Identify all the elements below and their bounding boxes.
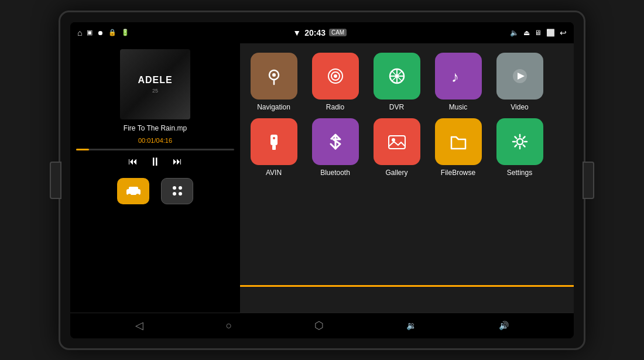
back-icon[interactable]: ↩ [560,28,567,37]
main-content-area: ADELE 25 Fire To The Rain.mp 00:01/04:16… [70,43,574,313]
svg-rect-23 [272,145,276,150]
album-artist-name: ADELE [138,75,172,85]
media-player-panel: ADELE 25 Fire To The Rain.mp 00:01/04:16… [70,43,240,313]
filebrowse-icon [435,118,482,165]
status-left-icons: ⌂ ▣ ⏺ 🔒 🔋 [77,28,129,37]
bottom-recent-icon[interactable]: ⬡ [314,319,324,332]
svg-point-24 [273,137,275,139]
volume-icon: 🔈 [510,29,519,37]
grid-button[interactable] [161,178,193,204]
app-avin[interactable]: AVIN [246,118,302,177]
car-icon [125,184,142,197]
status-bar: ⌂ ▣ ⏺ 🔒 🔋 ▼ 20:43 CAM 🔈 ⏏ 🖥 ⬜ ↩ [70,22,574,43]
camera-badge: CAM [329,29,347,36]
status-right-icons: 🔈 ⏏ 🖥 ⬜ ↩ [510,28,567,37]
video-label: Video [511,103,528,111]
bottom-actions [76,178,234,204]
svg-point-7 [179,192,182,196]
settings-label: Settings [507,169,532,177]
navigation-icon [251,53,297,100]
window-icon: ▣ [87,29,93,36]
home-icon: ⌂ [77,28,82,37]
app-filebrowse[interactable]: FileBrowse [430,118,486,177]
svg-point-5 [179,186,182,190]
app-bluetooth[interactable]: Bluetooth [307,118,363,177]
album-name: 25 [152,88,158,94]
navigation-label: Navigation [257,103,290,111]
svg-point-3 [136,194,139,197]
app-navigation[interactable]: Navigation [246,53,302,111]
wifi-signal-icon: ▼ [293,28,301,37]
lock-icon: 🔒 [108,29,117,36]
time-display: 20:43 [304,28,326,37]
battery-icon: 🔋 [121,29,129,36]
svg-point-9 [272,73,276,77]
playback-controls: ⏮ ⏸ ⏭ [76,155,234,169]
bottom-vol-down-icon[interactable]: 🔉 [406,321,416,330]
filebrowse-label: FileBrowse [441,169,475,177]
main-screen: ⌂ ▣ ⏺ 🔒 🔋 ▼ 20:43 CAM 🔈 ⏏ 🖥 ⬜ ↩ [70,22,574,338]
app-gallery[interactable]: Gallery [369,118,424,177]
svg-point-6 [173,192,176,196]
album-art: ADELE 25 [120,49,190,119]
app-row-2: AVIN Bluetooth [246,118,568,177]
status-center: ▼ 20:43 CAM [293,28,347,37]
bluetooth-icon [312,118,359,165]
app-grid-panel: Navigation Radio [240,43,574,313]
eject-icon: ⏏ [523,29,530,37]
bluetooth-label: Bluetooth [320,169,350,177]
app-radio[interactable]: Radio [307,53,363,111]
video-icon [496,53,543,100]
svg-rect-1 [129,187,138,190]
grid-icon [169,183,186,199]
app-row-1: Navigation Radio [246,53,568,111]
svg-text:♪: ♪ [451,68,459,85]
progress-fill [76,149,89,150]
app-dvr[interactable]: DVR [369,53,424,111]
svg-point-27 [517,139,523,145]
svg-point-4 [173,186,176,190]
bottom-vol-up-icon[interactable]: 🔊 [499,321,509,330]
svg-point-26 [392,138,395,142]
record-icon: ⏺ [97,29,104,36]
radio-icon [312,53,359,100]
music-label: Music [449,103,467,111]
display-icon: 🖥 [535,29,542,37]
settings-icon [496,118,543,165]
avin-icon [251,118,297,165]
menu-button[interactable] [117,178,149,204]
car-stereo-device: ⌂ ▣ ⏺ 🔒 🔋 ▼ 20:43 CAM 🔈 ⏏ 🖥 ⬜ ↩ [59,11,585,350]
app-settings[interactable]: Settings [492,118,547,177]
gallery-label: Gallery [385,169,407,177]
dvr-icon [374,53,420,100]
prev-button[interactable]: ⏮ [128,156,138,167]
radio-label: Radio [326,103,344,111]
app-music[interactable]: ♪ Music [430,53,486,111]
play-pause-button[interactable]: ⏸ [149,155,161,169]
bottom-indicator [240,285,574,287]
bottom-nav-bar: ◁ ○ ⬡ 🔉 🔊 [70,313,574,338]
gallery-icon [374,118,420,165]
music-icon: ♪ [435,53,482,100]
next-button[interactable]: ⏭ [173,156,182,167]
svg-rect-22 [270,135,278,145]
svg-point-10 [334,74,337,78]
progress-bar[interactable] [76,149,234,150]
window2-icon: ⬜ [546,29,555,37]
bottom-home-icon[interactable]: ○ [226,320,232,332]
svg-point-2 [128,194,131,197]
album-art-inner: ADELE 25 [120,49,190,119]
track-name: Fire To The Rain.mp [76,124,234,132]
app-video[interactable]: Video [492,53,547,111]
svg-rect-25 [389,136,405,149]
dvr-label: DVR [389,103,404,111]
bottom-back-icon[interactable]: ◁ [135,319,143,332]
avin-label: AVIN [266,169,282,177]
track-time: 00:01/04:16 [76,137,234,144]
